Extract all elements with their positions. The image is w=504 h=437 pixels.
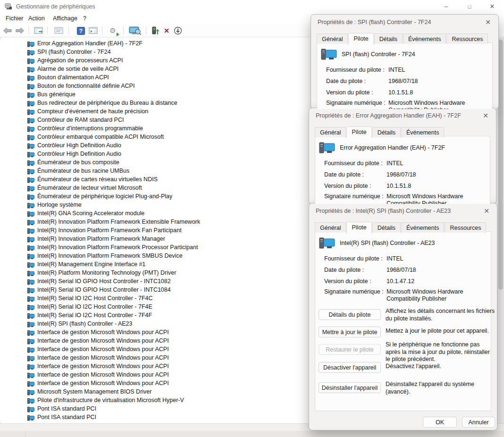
tree-item-label: Alarme de sortie de veille ACPI xyxy=(37,66,118,72)
uninstall-device-desc: Désinstallez l'appareil du système (avan… xyxy=(386,381,496,395)
disable-device-button[interactable]: Désactiver l'appareil xyxy=(319,362,381,373)
device-manager-icon xyxy=(5,3,12,10)
rollback-driver-desc: Si le périphérique ne fonctionne pas apr… xyxy=(386,341,496,363)
tab-ressources[interactable]: Ressources xyxy=(446,34,488,44)
system-device-icon xyxy=(27,193,34,200)
tab-ressources[interactable]: Ressources xyxy=(445,222,486,233)
bottom-strip-divider xyxy=(25,431,25,437)
cancel-button[interactable]: Annuler xyxy=(462,417,495,428)
tree-item-label: Intel(R) Serial IO I2C Host Controller -… xyxy=(37,303,152,310)
system-device-icon xyxy=(27,100,34,106)
tab-details[interactable]: Détails xyxy=(374,34,403,44)
driver-tab-page: Error Aggregation Handler (EAH) - 7F2F F… xyxy=(315,136,490,204)
device-icon xyxy=(319,141,335,154)
tree-item-label: Interface de gestion Microsoft Windows p… xyxy=(37,363,169,370)
ok-button[interactable]: OK xyxy=(423,417,457,428)
driver-tab-page: Intel(R) SPI (flash) Controller - AE23 F… xyxy=(315,231,491,411)
field-value: 1968/07/18 xyxy=(388,78,493,85)
tab-general[interactable]: Général xyxy=(317,34,348,44)
vertical-scrollbar-thumb[interactable] xyxy=(498,40,503,290)
back-icon[interactable] xyxy=(2,25,13,36)
window-title: Gestionnaire de périphériques xyxy=(16,3,95,10)
system-device-icon xyxy=(27,75,34,81)
properties-icon[interactable] xyxy=(53,25,64,36)
scan-hardware-changes-icon[interactable]: ⚙ xyxy=(108,25,118,36)
close-icon[interactable]: ✕ xyxy=(481,111,490,120)
help-icon[interactable]: ? xyxy=(76,25,86,36)
system-device-icon xyxy=(27,244,34,251)
field-value: 10.1.47.12 xyxy=(386,278,491,285)
system-device-icon xyxy=(27,270,34,276)
driver-details-button[interactable]: Détails du pilote xyxy=(319,309,381,320)
tab-general[interactable]: Général xyxy=(315,222,346,233)
update-driver-button[interactable]: Mettre à jour le pilote xyxy=(319,327,381,337)
tab-general[interactable]: Général xyxy=(315,127,346,137)
menu-affichage[interactable]: Affichage xyxy=(51,14,79,23)
uninstall-device-icon[interactable]: ✕ xyxy=(161,25,172,36)
tree-item-label: Pont ISA standard PCI xyxy=(37,405,96,412)
uninstall-device-button[interactable]: Désinstaller l'appareil xyxy=(319,382,381,393)
disable-device-desc: Désactivez l'appareil. xyxy=(386,363,496,370)
field-value: INTEL xyxy=(386,160,491,167)
dialog-title: Propriétés de : Error Aggregation Handle… xyxy=(316,112,461,119)
main-titlebar[interactable]: Gestionnaire de périphériques – □ ✕ xyxy=(0,0,504,13)
show-console-tree-icon[interactable] xyxy=(33,25,43,36)
tab-details[interactable]: Détails xyxy=(372,222,401,233)
dialog-title: Propriétés de : Intel(R) SPI (flash) Con… xyxy=(316,208,451,214)
disable-device-icon[interactable] xyxy=(173,25,183,36)
tab-pilote[interactable]: Pilote xyxy=(346,222,371,234)
tree-item-label: Contrôleur High Definition Audio xyxy=(37,151,121,157)
svg-text:?: ? xyxy=(79,27,82,34)
tree-item-label: Pont ISA standard PCI xyxy=(37,414,96,420)
forward-icon[interactable] xyxy=(15,25,25,36)
system-device-icon xyxy=(27,389,34,395)
system-device-icon xyxy=(27,58,34,64)
update-driver-desc: Mettez à jour le pilote pour cet apparei… xyxy=(386,328,496,335)
system-device-icon xyxy=(27,261,34,268)
tree-item-label: Énumérateur de bus composite xyxy=(37,159,119,166)
tab-pilote[interactable]: Pilote xyxy=(346,126,371,138)
system-device-icon xyxy=(27,134,34,140)
dialog-titlebar[interactable]: Propriétés de : SPI (flash) Controller -… xyxy=(311,15,498,30)
tree-item-label: Énumérateur de cartes réseau virtuelles … xyxy=(37,176,158,183)
dialog-spi-7f24: Propriétés de : SPI (flash) Controller -… xyxy=(311,14,499,109)
tab-details[interactable]: Détails xyxy=(372,127,401,137)
device-icon xyxy=(321,48,337,61)
search-computer-icon[interactable] xyxy=(128,25,142,36)
menu-fichier[interactable]: Fichier xyxy=(4,14,25,23)
system-device-icon xyxy=(27,92,34,98)
tree-item-label: Compteur d'événement de haute précision xyxy=(37,108,148,115)
dialog-titlebar[interactable]: Propriétés de : Error Aggregation Handle… xyxy=(309,108,496,123)
maximize-button[interactable]: □ xyxy=(462,1,478,12)
tab-evenements[interactable]: Événements xyxy=(403,34,446,44)
tree-item-label: Error Aggregation Handler (EAH) - 7F2F xyxy=(37,40,143,47)
close-icon[interactable]: ✕ xyxy=(484,18,492,26)
tab-pilote[interactable]: Pilote xyxy=(348,33,373,45)
tab-evenements[interactable]: Événements xyxy=(401,222,444,233)
show-action-pane-icon[interactable] xyxy=(88,25,98,36)
dialog-title: Propriétés de : SPI (flash) Controller -… xyxy=(318,19,431,25)
field-label: Fournisseur du pilote : xyxy=(324,160,383,167)
menu-aide[interactable]: ? xyxy=(81,14,88,23)
field-value: 1968/07/18 xyxy=(386,171,491,178)
tab-evenements[interactable]: Événements xyxy=(401,127,444,137)
tree-item-label: Bouton d'alimentation ACPI xyxy=(37,74,109,81)
tree-item-label: Intel(R) Serial IO I2C Host Controller -… xyxy=(37,312,152,319)
tree-item-label: Intel(R) Innovation Platform Framework F… xyxy=(37,227,182,234)
device-name: SPI (flash) Controller - 7F24 xyxy=(342,51,415,58)
close-icon[interactable]: ✕ xyxy=(482,207,491,215)
system-device-icon xyxy=(27,287,34,293)
update-driver-icon[interactable] xyxy=(150,25,160,36)
menu-action[interactable]: Action xyxy=(26,14,47,23)
device-manager-screen: { "window": { "title": "Gestionnaire de … xyxy=(0,0,504,437)
field-label: Date du pilote : xyxy=(326,78,366,84)
dialog-titlebar[interactable]: Propriétés de : Intel(R) SPI (flash) Con… xyxy=(309,203,497,218)
system-device-icon xyxy=(27,338,34,344)
system-device-icon xyxy=(27,397,34,403)
field-label: Date du pilote : xyxy=(324,267,364,273)
system-device-icon xyxy=(27,168,34,174)
close-button[interactable]: ✕ xyxy=(484,1,500,12)
driver-details-desc: Affichez les détails concernant les fich… xyxy=(386,308,496,322)
minimize-button[interactable]: – xyxy=(438,1,454,12)
tree-item-label: Agrégation de processeurs ACPI xyxy=(37,57,123,64)
